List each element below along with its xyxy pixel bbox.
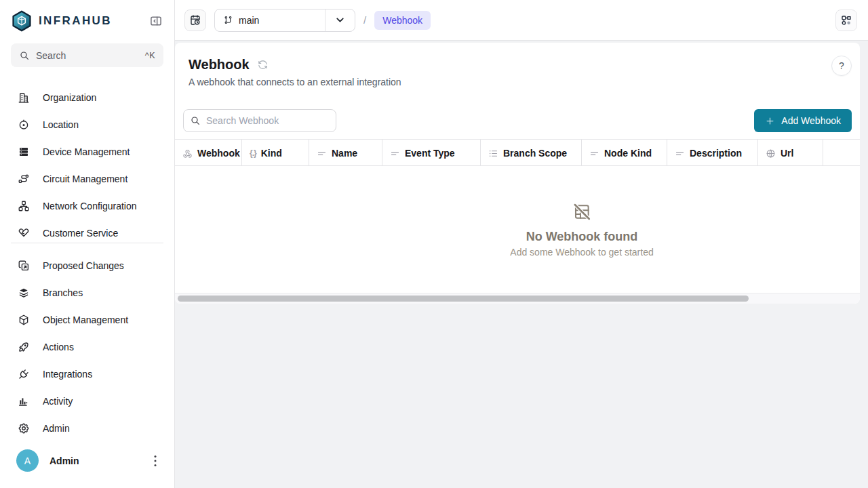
sidebar-item-admin[interactable]: Admin (0, 415, 174, 442)
stack-icon (18, 287, 30, 299)
server-icon (18, 146, 30, 158)
column-label: Name (332, 148, 357, 159)
panel-collapse-icon (149, 14, 163, 28)
webhook-card: Webhook A webhook that connects to an ex… (175, 43, 860, 304)
kebab-menu-icon (147, 453, 163, 469)
table-body: No Webhook found Add some Webhook to get… (175, 166, 860, 293)
refresh-button[interactable] (257, 59, 269, 70)
chart-icon (18, 395, 30, 407)
column-header-branch-scope: Branch Scope (481, 140, 582, 166)
infrahub-logo-icon (11, 10, 33, 32)
rocket-icon (18, 341, 30, 353)
column-header-node-kind: Node Kind (582, 140, 667, 166)
sidebar-item-label: Object Management (43, 314, 128, 325)
sidebar-item-label: Network Configuration (43, 201, 137, 211)
breadcrumb-separator: / (363, 14, 366, 26)
list-icon (488, 148, 498, 159)
topology-icon (840, 14, 852, 26)
sidebar-item-proposed-changes[interactable]: Proposed Changes (0, 252, 174, 279)
sidebar-item-location[interactable]: Location (0, 111, 174, 138)
user-name: Admin (50, 455, 136, 466)
sidebar-divider (11, 243, 163, 243)
column-label: Branch Scope (503, 148, 567, 159)
table-search[interactable] (183, 109, 336, 132)
page-title: Webhook (189, 57, 250, 73)
sidebar-item-label: Circuit Management (43, 174, 127, 184)
page-subtitle: A webhook that connects to an external i… (189, 77, 846, 87)
table-off-icon (572, 202, 591, 221)
column-label: Description (690, 148, 742, 159)
column-header-url: Url (758, 140, 823, 166)
sidebar-search[interactable]: ^K (11, 43, 163, 67)
gear-icon (18, 422, 30, 434)
main-area: main / Webhook Webhook (175, 0, 868, 488)
sidebar-nav-primary: Organization Location Device Management (0, 84, 174, 239)
sidebar-nav-secondary: Proposed Changes Branches Object Managem… (0, 252, 174, 442)
sidebar-item-object-management[interactable]: Object Management (0, 306, 174, 333)
horizontal-scrollbar-thumb[interactable] (178, 296, 749, 302)
empty-state: No Webhook found Add some Webhook to get… (510, 202, 653, 257)
plug-icon (18, 368, 30, 380)
sidebar-item-organization[interactable]: Organization (0, 84, 174, 111)
webhook-search-input[interactable] (183, 109, 336, 132)
table-scrollbar-track[interactable] (175, 293, 860, 304)
search-icon (190, 115, 201, 126)
user-menu-button[interactable] (147, 453, 163, 469)
sidebar-item-activity[interactable]: Activity (0, 388, 174, 415)
sidebar-item-circuit-management[interactable]: Circuit Management (0, 165, 174, 192)
sidebar-item-branches[interactable]: Branches (0, 279, 174, 306)
topbar: main / Webhook (175, 0, 868, 41)
cube-icon (18, 314, 30, 326)
column-header-event-type: Event Type (382, 140, 481, 166)
sidebar-collapse-button[interactable] (147, 12, 165, 30)
column-header-name: Name (309, 140, 382, 166)
text-icon (390, 148, 400, 159)
branch-selector[interactable]: main (214, 9, 355, 32)
schema-topology-button[interactable] (835, 9, 857, 31)
column-label: Url (781, 148, 793, 159)
route-icon (18, 173, 30, 185)
empty-state-subtitle: Add some Webhook to get started (510, 246, 653, 257)
sidebar-item-label: Proposed Changes (43, 260, 124, 271)
table-header: Webhook {.} Kind Name Event Type (175, 139, 860, 166)
sidebar-item-label: Organization (43, 92, 96, 103)
sidebar-item-integrations[interactable]: Integrations (0, 361, 174, 388)
chevron-down-icon (334, 14, 346, 26)
sidebar-item-actions[interactable]: Actions (0, 333, 174, 361)
webhook-icon (182, 148, 193, 159)
branch-name: main (239, 15, 259, 26)
sidebar-item-device-management[interactable]: Device Management (0, 138, 174, 165)
avatar: A (16, 449, 39, 472)
refresh-icon (257, 59, 269, 70)
text-icon (317, 148, 327, 159)
sidebar-search-input[interactable] (36, 50, 139, 61)
sidebar-item-network-configuration[interactable]: Network Configuration (0, 192, 174, 220)
sidebar-item-customer-service[interactable]: Customer Service (0, 220, 174, 239)
brand-header: INFRAHUB (0, 0, 174, 33)
branch-selector-value: main (215, 15, 325, 26)
column-header-kind: {.} Kind (242, 140, 309, 166)
breadcrumb-webhook[interactable]: Webhook (374, 11, 431, 30)
add-webhook-button[interactable]: Add Webhook (754, 109, 852, 132)
sidebar-item-label: Integrations (43, 369, 92, 380)
column-header-empty (823, 140, 860, 166)
add-webhook-label: Add Webhook (781, 115, 841, 126)
braces-icon: {.} (250, 148, 256, 158)
brand-name: INFRAHUB (39, 14, 147, 28)
sidebar-item-label: Customer Service (43, 228, 118, 239)
sidebar-item-label: Actions (43, 342, 74, 352)
column-label: Webhook (197, 148, 240, 159)
sitemap-icon (18, 200, 30, 212)
handshake-icon (18, 227, 30, 239)
location-icon (18, 119, 30, 131)
branch-selector-caret (326, 14, 355, 26)
help-button[interactable]: ? (831, 56, 852, 76)
calendar-clock-icon (189, 14, 201, 26)
column-label: Node Kind (604, 148, 652, 159)
time-travel-button[interactable] (184, 9, 206, 31)
sidebar-item-label: Branches (43, 287, 83, 298)
sidebar-item-label: Device Management (43, 146, 130, 157)
user-menu[interactable]: A Admin (0, 449, 174, 488)
text-icon (675, 148, 685, 159)
building-icon (18, 92, 30, 104)
